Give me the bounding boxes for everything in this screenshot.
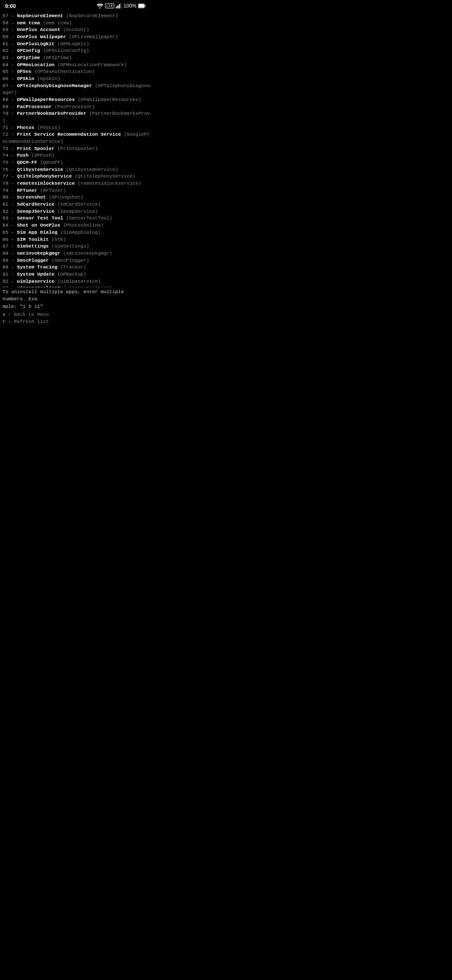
svg-rect-4 (121, 3, 122, 8)
terminal-line: 78 - remotesimlockservice (remotesimlock… (3, 180, 148, 187)
svg-rect-1 (116, 7, 117, 8)
terminal-line: 75 - QDCM-FF (QdcmFF) (3, 159, 148, 166)
terminal-line: 62 - OPConfig (OPOnlineConfig) (3, 47, 148, 54)
terminal-line: ager) (3, 89, 148, 96)
svg-rect-7 (139, 4, 144, 8)
terminal-line: 79 - RFTuner (RFTuner) (3, 187, 148, 194)
terminal-line: 92 - uimlpaservice (uimlpaservice) (3, 278, 148, 285)
lte-icon: LTE (105, 3, 114, 8)
instruction-text: To uninstall multiple apps, enter multip… (3, 288, 148, 327)
terminal-content: 57 - NxpSecureElement (NxpSecureElement)… (0, 12, 151, 287)
terminal-line: 90 - System Tracing (Traceur) (3, 264, 148, 271)
terminal-line: 82 - SeempJService (SeempService) (3, 208, 148, 215)
terminal-line: 84 - Shot on OnePlus (PhotosOnline) (3, 222, 148, 229)
terminal-line: 65 - OPSes (OPSesAuthentication) (3, 68, 148, 75)
terminal-line: ) (3, 117, 148, 124)
terminal-line: 73 - Print Spooler (PrintSpooler) (3, 145, 148, 152)
terminal-line: 60 - OnePlus Wallpaper (OPLiveWallpaper) (3, 34, 148, 41)
terminal-line: 68 - OPWallpaperResources (OPWallpaperRe… (3, 96, 148, 103)
terminal-line: 71 - Photos (Photos) (3, 124, 148, 132)
terminal-line: 66 - OPSkin (OpSkin) (3, 75, 148, 83)
terminal-line: 85 - Sim App Dialog (SimAppDialog) (3, 229, 148, 236)
wifi-icon (97, 3, 103, 8)
terminal-line: 58 - oem tcma (oem tcma) (3, 20, 148, 27)
terminal-line: 76 - QtiSystemService (QtiSystemService) (3, 166, 148, 173)
battery-percent: 100% (123, 3, 136, 9)
terminal-line: 91 - System Update (OPBackup) (3, 271, 148, 278)
signal-icon (116, 3, 122, 8)
bottom-section: To uninstall multiple apps, enter multip… (0, 287, 151, 327)
svg-rect-2 (118, 5, 119, 8)
status-icons: LTE 100% (97, 3, 146, 9)
terminal-line: 72 - Print Service Recommendation Servic… (3, 131, 148, 138)
svg-rect-6 (145, 5, 146, 7)
terminal-line: 63 - OPIpTime (OPIpTime) (3, 54, 148, 62)
terminal-line: 87 - SimSettings (SimSettings) (3, 243, 148, 250)
terminal-line: 74 - Push (OPPush) (3, 152, 148, 159)
terminal-line: 59 - OnePlus Account (Account) (3, 26, 148, 34)
terminal-line: 83 - Sensor Test Tool (SensorTestTool) (3, 215, 148, 222)
battery-icon (138, 3, 146, 8)
terminal-line: 64 - OPMmsLocation (OPMmsLocationFramewo… (3, 62, 148, 69)
terminal-line: 77 - QtiTelephonyService (QtiTelephonySe… (3, 173, 148, 180)
terminal-line: 86 - SIM Toolkit (Stk) (3, 236, 148, 243)
terminal-line: 61 - OnePlusLogKit (OEMLogKit) (3, 41, 148, 48)
status-bar: 9:00 LTE 100% (0, 0, 151, 12)
terminal-line: 57 - NxpSecureElement (NxpSecureElement) (3, 13, 148, 20)
svg-point-0 (100, 8, 101, 9)
terminal-line: 69 - PacProcessor (PacProcessor) (3, 103, 148, 111)
terminal-line: 67 - OPTelephonyDiagnoseManager (OPTelep… (3, 83, 148, 90)
terminal-line: 88 - smcinvokepkgmgr (smcinvokepkgmgr) (3, 250, 148, 257)
terminal-line: 70 - PartnerBookmarksProvider (PartnerBo… (3, 110, 148, 117)
terminal-line: ecommendationService) (3, 138, 148, 145)
status-time: 9:00 (5, 3, 16, 9)
terminal-line: 89 - SmscPlugger (SmscPlugger) (3, 257, 148, 264)
terminal-line: 81 - SdCardService (SdCardService) (3, 201, 148, 208)
svg-rect-3 (119, 4, 120, 8)
terminal-line: 80 - Screenshot (OPLongshot) (3, 194, 148, 201)
